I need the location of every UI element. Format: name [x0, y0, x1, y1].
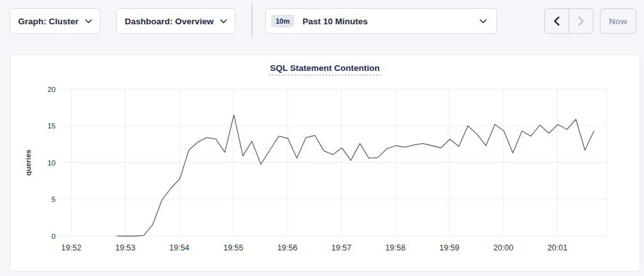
y-tick-label: 0	[52, 233, 56, 240]
next-time-button[interactable]	[569, 9, 593, 33]
toolbar-divider	[251, 4, 253, 37]
x-tick-label: 19:58	[386, 243, 405, 252]
x-tick-label: 19:56	[278, 243, 297, 252]
chevron-down-icon	[480, 19, 487, 24]
y-axis-label: queries	[24, 150, 32, 176]
x-tick-label: 19:52	[61, 243, 81, 252]
x-tick-label: 19:59	[439, 243, 459, 252]
contention-chart: 0510152019:5219:5319:5419:5519:5619:5719…	[10, 55, 641, 272]
chevron-right-icon	[578, 17, 584, 26]
graph-dropdown-label: Graph: Cluster	[18, 17, 79, 26]
metrics-page: Graph: Cluster Dashboard: Overview 10m P…	[0, 0, 644, 276]
x-tick-label: 19:54	[169, 243, 189, 252]
x-tick-label: 19:57	[331, 243, 351, 252]
x-tick-label: 20:00	[493, 243, 513, 252]
chart-canvas: 0510152019:5219:5319:5419:5519:5619:5719…	[10, 55, 641, 272]
now-button[interactable]: Now	[600, 8, 636, 34]
chevron-down-icon	[85, 19, 92, 24]
chart-line	[117, 115, 594, 236]
time-shift-control	[544, 8, 593, 34]
prev-time-button[interactable]	[545, 9, 569, 33]
dashboard-dropdown[interactable]: Dashboard: Overview	[116, 8, 235, 34]
time-range-select[interactable]: 10m Past 10 Minutes	[265, 8, 497, 34]
y-tick-label: 15	[47, 122, 56, 130]
now-button-label: Now	[609, 17, 627, 26]
chart-title-row: SQL Statement Contention	[10, 62, 640, 75]
x-tick-label: 20:01	[547, 243, 567, 252]
chart-panel: 0510152019:5219:5319:5419:5519:5619:5719…	[10, 54, 640, 272]
chart-title[interactable]: SQL Statement Contention	[269, 63, 381, 75]
time-range-label: Past 10 Minutes	[302, 17, 480, 26]
x-tick-label: 19:55	[223, 243, 243, 252]
y-tick-label: 20	[47, 86, 56, 93]
dashboard-dropdown-label: Dashboard: Overview	[125, 17, 214, 26]
y-tick-label: 10	[47, 159, 56, 167]
chevron-left-icon	[554, 17, 560, 26]
graph-dropdown[interactable]: Graph: Cluster	[10, 8, 100, 34]
time-range-badge: 10m	[271, 15, 294, 27]
chevron-down-icon	[220, 19, 227, 24]
y-tick-label: 5	[52, 195, 56, 203]
x-tick-label: 19:53	[115, 243, 135, 252]
